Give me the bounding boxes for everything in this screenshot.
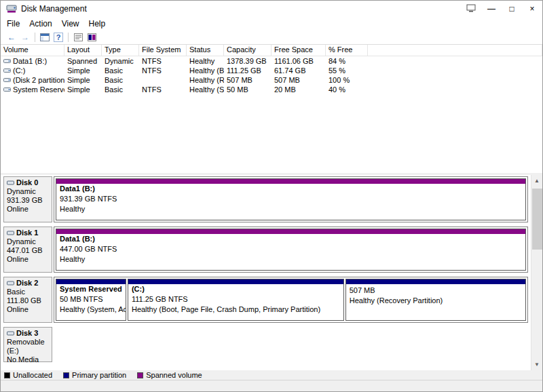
disk-icon <box>7 179 14 187</box>
disk-strip: Data1 (B:) 447.00 GB NTFS Healthy <box>54 227 528 273</box>
partition-data1-disk1[interactable]: Data1 (B:) 447.00 GB NTFS Healthy <box>56 229 526 271</box>
partition-data1-disk0[interactable]: Data1 (B:) 931.39 GB NTFS Healthy <box>56 178 526 220</box>
scroll-up-icon[interactable]: ▲ <box>531 175 542 187</box>
partition-status: Healthy (System, Active <box>56 305 126 315</box>
disk-properties-icon[interactable] <box>71 31 85 43</box>
window-title: Disk Management <box>21 4 461 14</box>
partition-c-drive[interactable]: (C:) 111.25 GB NTFS Healthy (Boot, Page … <box>128 279 344 321</box>
disk-header[interactable]: Disk 2 Basic 111.80 GB Online <box>3 277 52 323</box>
column-header-free-space[interactable]: Free Space <box>272 45 326 56</box>
graphical-view-icon[interactable] <box>85 31 98 43</box>
disk-status: Online <box>7 255 49 264</box>
volume-name: (Disk 2 partition 3) <box>13 76 64 84</box>
menu-view[interactable]: View <box>57 18 84 30</box>
disk-type: Dynamic <box>7 237 49 246</box>
column-header-status[interactable]: Status <box>187 45 224 56</box>
partition-system-reserved[interactable]: System Reserved 50 MB NTFS Healthy (Syst… <box>56 279 126 321</box>
partition-size: 447.00 GB NTFS <box>56 244 525 254</box>
menu-bar: File Action View Help <box>1 17 542 31</box>
help-icon[interactable]: ? <box>52 31 65 43</box>
toolbar-separator <box>68 33 69 42</box>
volume-icon <box>3 86 11 94</box>
volume-free-space: 61.74 GB <box>272 66 326 75</box>
app-icon <box>6 3 17 14</box>
volume-type: Basic <box>102 85 139 94</box>
volume-status: Healthy (S... <box>187 85 224 94</box>
volume-layout: Spanned <box>64 57 102 65</box>
volume-row[interactable]: (C:) Simple Basic NTFS Healthy (B... 111… <box>1 66 542 75</box>
volume-row[interactable]: (Disk 2 partition 3) Simple Basic Health… <box>1 75 542 85</box>
volume-capacity: 111.25 GB <box>224 66 272 75</box>
maximize-button[interactable]: □ <box>502 1 522 17</box>
status-bar <box>1 380 542 392</box>
show-console-tree-icon[interactable] <box>38 31 52 43</box>
menu-help[interactable]: Help <box>84 18 111 30</box>
volume-capacity: 1378.39 GB <box>224 57 272 65</box>
disk-status: No Media <box>7 355 49 362</box>
minimize-button[interactable]: — <box>481 1 502 17</box>
column-header-pct-free[interactable]: % Free <box>326 45 368 56</box>
partition-color-band <box>56 279 126 284</box>
volume-file-system: NTFS <box>139 57 187 65</box>
disk-status: Online <box>7 205 49 214</box>
volume-file-system: NTFS <box>139 85 187 94</box>
legend-unallocated: Unallocated <box>4 371 52 379</box>
scrollbar-thumb[interactable] <box>532 189 542 250</box>
toolbar: ← → ? <box>1 31 542 45</box>
graphical-view: Disk 0 Dynamic 931.39 GB Online Data1 (B… <box>1 175 542 370</box>
partition-label: Data1 (B:) <box>56 234 525 244</box>
back-arrow-icon[interactable]: ← <box>5 31 18 43</box>
toolbar-separator <box>35 33 35 42</box>
volume-name: (C:) <box>13 66 25 75</box>
partition-color-band <box>346 279 525 284</box>
volume-status: Healthy <box>187 57 224 65</box>
disk-header[interactable]: Disk 3 Removable (E:) No Media <box>3 327 52 362</box>
disk-type: Dynamic <box>7 187 49 196</box>
disk-icon <box>7 330 14 337</box>
unallocated-swatch <box>4 372 10 378</box>
partition-status: Healthy (Recovery Partition) <box>346 296 525 306</box>
volume-capacity: 507 MB <box>224 76 272 84</box>
disk-header[interactable]: Disk 0 Dynamic 931.39 GB Online <box>3 176 52 222</box>
partition-label: System Reserved <box>56 284 126 294</box>
legend-spanned-volume: Spanned volume <box>137 371 202 379</box>
partition-size: 507 MB <box>346 286 525 296</box>
forward-arrow-icon[interactable]: → <box>18 31 32 43</box>
disk-row-1: Disk 1 Dynamic 447.01 GB Online Data1 (B… <box>3 227 528 273</box>
disk-strip: System Reserved 50 MB NTFS Healthy (Syst… <box>54 277 528 323</box>
spanned-volume-swatch <box>137 372 143 378</box>
disk-icon <box>7 229 14 237</box>
volume-pct-free: 84 % <box>326 57 368 65</box>
monitor-icon[interactable] <box>461 1 481 17</box>
volume-capacity: 50 MB <box>224 85 272 94</box>
column-header-capacity[interactable]: Capacity <box>224 45 272 56</box>
menu-file[interactable]: File <box>2 18 24 30</box>
volume-name: System Reserved <box>13 85 64 94</box>
volume-file-system: NTFS <box>139 66 187 75</box>
disk-icon <box>7 279 14 287</box>
volume-pct-free: 55 % <box>326 66 368 75</box>
column-header-volume[interactable]: Volume <box>1 45 64 56</box>
scroll-down-icon[interactable]: ▼ <box>531 359 542 370</box>
disk-header[interactable]: Disk 1 Dynamic 447.01 GB Online <box>3 227 52 273</box>
close-button[interactable]: × <box>522 1 542 17</box>
disk-row-3: Disk 3 Removable (E:) No Media <box>3 327 528 362</box>
partition-label: (C:) <box>128 284 343 294</box>
partition-status: Healthy <box>56 204 525 214</box>
volume-list-header: Volume Layout Type File System Status Ca… <box>1 45 542 56</box>
disk-strip <box>54 327 528 362</box>
column-header-type[interactable]: Type <box>102 45 139 56</box>
column-header-file-system[interactable]: File System <box>139 45 187 56</box>
volume-status: Healthy (B... <box>187 66 224 75</box>
volume-row[interactable]: Data1 (B:) Spanned Dynamic NTFS Healthy … <box>1 56 542 66</box>
menu-action[interactable]: Action <box>24 18 56 30</box>
disk-size: 111.80 GB <box>7 296 49 305</box>
column-header-layout[interactable]: Layout <box>64 45 102 56</box>
volume-row[interactable]: System Reserved Simple Basic NTFS Health… <box>1 85 542 94</box>
partition-size: 931.39 GB NTFS <box>56 194 525 204</box>
partition-size: 111.25 GB NTFS <box>128 294 343 305</box>
vertical-scrollbar[interactable]: ▲ ▼ <box>531 175 542 370</box>
volume-status: Healthy (R... <box>187 76 224 84</box>
partition-recovery[interactable]: 507 MB Healthy (Recovery Partition) <box>345 279 526 321</box>
volume-icon <box>3 67 11 75</box>
